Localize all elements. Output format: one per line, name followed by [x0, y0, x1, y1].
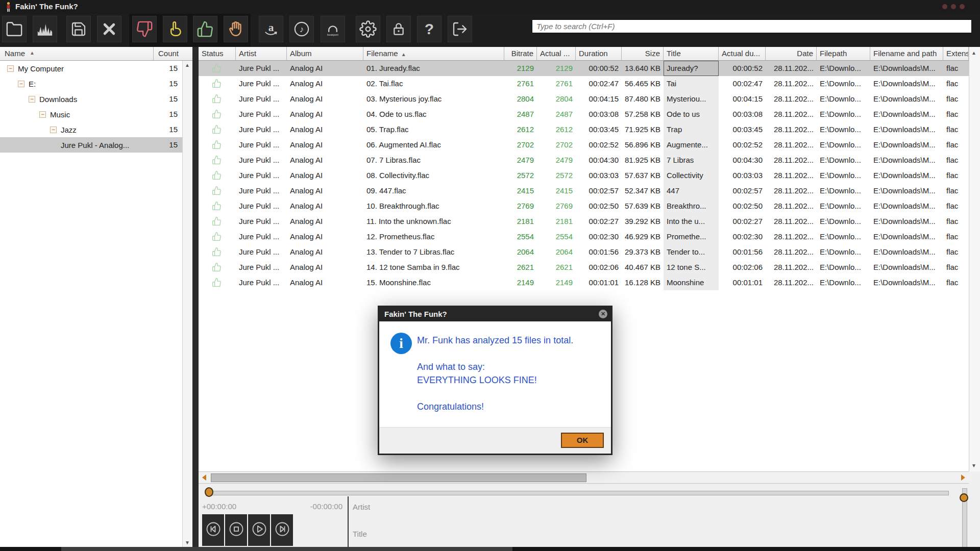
tree-item-jure-pukl-analog[interactable]: Jure Pukl - Analog...15: [0, 137, 182, 153]
exit-button[interactable]: [448, 16, 472, 42]
help-button[interactable]: ?: [417, 16, 442, 42]
minimize-button[interactable]: [942, 4, 947, 9]
tree-scrollbar[interactable]: ▲ ▼: [182, 61, 192, 547]
table-row[interactable]: Jure Pukl ...Analog AI06. Augmented AI.f…: [199, 137, 969, 153]
cell-bitrate: 2064: [504, 244, 537, 260]
table-row[interactable]: Jure Pukl ...Analog AI02. Tai.flac276127…: [199, 76, 969, 91]
ok-button[interactable]: OK: [561, 433, 604, 448]
column-header-size[interactable]: Size: [622, 47, 664, 61]
cell-filepath: E:\Downlo...: [817, 260, 870, 275]
mark-bad-button[interactable]: [132, 16, 157, 42]
tree-item-music[interactable]: −Music15: [0, 107, 182, 122]
panel-splitter[interactable]: [192, 47, 199, 551]
table-row[interactable]: Jure Pukl ...Analog AI09. 447.flac241524…: [199, 183, 969, 198]
column-header-filename-and-path[interactable]: Filename and path: [870, 47, 943, 61]
cell-duration: 00:02:47: [576, 76, 622, 91]
cell-title: Breakthro...: [664, 198, 719, 214]
settings-button[interactable]: [356, 16, 380, 42]
cell-actual-duration: 00:02:30: [719, 229, 766, 244]
table-row[interactable]: Jure Pukl ...Analog AI01. Juready.flac21…: [199, 61, 969, 76]
amazon-button[interactable]: a: [259, 16, 283, 42]
folder-tree: −My Computer15−E:15−Downloads15−Music15−…: [0, 61, 182, 547]
beatport-button[interactable]: beatport: [321, 16, 345, 42]
column-header-artist[interactable]: Artist: [236, 47, 287, 61]
column-header-album[interactable]: Album: [287, 47, 363, 61]
lock-button[interactable]: [386, 16, 411, 42]
itunes-button[interactable]: ♪: [289, 16, 314, 42]
search-input[interactable]: [532, 20, 971, 33]
table-row[interactable]: Jure Pukl ...Analog AI04. Ode to us.flac…: [199, 107, 969, 122]
dialog-close-icon[interactable]: ✕: [599, 310, 607, 318]
column-header-extension[interactable]: Extension: [943, 47, 969, 61]
thumbs-down-icon: [136, 20, 153, 38]
column-header-title[interactable]: Title: [664, 47, 719, 61]
maximize-button[interactable]: [951, 4, 956, 9]
window-bottom-edge: [0, 547, 980, 551]
play-button[interactable]: [248, 514, 270, 546]
cell-album: Analog AI: [287, 244, 363, 260]
mark-good-button[interactable]: [193, 16, 217, 42]
tree-item-e[interactable]: −E:15: [0, 76, 182, 91]
player-divider: [348, 496, 349, 547]
column-header-date[interactable]: Date: [766, 47, 817, 61]
cell-filename-and-path: E:\Downloads\M...: [870, 168, 943, 183]
cell-filename-and-path: E:\Downloads\M...: [870, 214, 943, 229]
table-row[interactable]: Jure Pukl ...Analog AI03. Mysterious joy…: [199, 91, 969, 107]
volume-slider-handle[interactable]: [960, 493, 968, 502]
collapse-expander-icon[interactable]: −: [29, 96, 35, 103]
spectrum-analysis-button[interactable]: [33, 16, 57, 42]
table-row[interactable]: Jure Pukl ...Analog AI10. Breakthrough.f…: [199, 198, 969, 214]
mark-warning-button[interactable]: [163, 16, 187, 42]
column-header-duration[interactable]: Duration: [576, 47, 622, 61]
scroll-up-icon[interactable]: ▲: [971, 50, 976, 56]
stop-button[interactable]: [225, 514, 247, 546]
cell-filename: 03. Mysterious joy.flac: [363, 91, 504, 107]
column-header-actual-duration[interactable]: Actual du...: [719, 47, 766, 61]
table-row[interactable]: Jure Pukl ...Analog AI15. Moonshine.flac…: [199, 275, 969, 290]
cell-filename: 07. 7 Libras.flac: [363, 153, 504, 168]
table-row[interactable]: Jure Pukl ...Analog AI14. 12 tone Samba …: [199, 260, 969, 275]
save-button[interactable]: [66, 16, 91, 42]
cell-title: Promethe...: [664, 229, 719, 244]
tree-item-downloads[interactable]: −Downloads15: [0, 91, 182, 107]
cell-album: Analog AI: [287, 61, 363, 76]
table-row[interactable]: Jure Pukl ...Analog AI07. 7 Libras.flac2…: [199, 153, 969, 168]
column-header-actual-bitrate[interactable]: Actual ...: [537, 47, 576, 61]
tree-header[interactable]: Name ▲ Count: [0, 47, 192, 61]
table-row[interactable]: Jure Pukl ...Analog AI12. Prometheus.fla…: [199, 229, 969, 244]
cell-artist: Jure Pukl ...: [236, 61, 287, 76]
column-header-status[interactable]: Status: [199, 47, 236, 61]
seek-slider-handle[interactable]: [205, 487, 213, 497]
close-button[interactable]: [960, 4, 965, 9]
table-vertical-scrollbar[interactable]: ▲ ▼: [969, 47, 980, 471]
scroll-up-icon[interactable]: ▲: [185, 62, 190, 68]
scroll-right-icon[interactable]: [961, 474, 965, 481]
delete-button[interactable]: [97, 16, 121, 42]
seek-slider[interactable]: [209, 491, 949, 495]
next-button[interactable]: [271, 514, 293, 546]
tree-item-jazz[interactable]: −Jazz15: [0, 122, 182, 137]
scroll-left-icon[interactable]: [202, 474, 206, 481]
table-row[interactable]: Jure Pukl ...Analog AI08. Collectivity.f…: [199, 168, 969, 183]
scroll-down-icon[interactable]: ▼: [185, 540, 190, 545]
table-row[interactable]: Jure Pukl ...Analog AI13. Tender to 7 Li…: [199, 244, 969, 260]
horizontal-scroll-thumb[interactable]: [211, 473, 586, 482]
column-header-bitrate[interactable]: Bitrate: [504, 47, 537, 61]
table-row[interactable]: Jure Pukl ...Analog AI11. Into the unkno…: [199, 214, 969, 229]
scroll-down-icon[interactable]: ▼: [971, 463, 976, 468]
remaining-time: -00:00:00: [304, 502, 342, 511]
collapse-expander-icon[interactable]: −: [39, 111, 46, 118]
collapse-expander-icon[interactable]: −: [18, 81, 24, 87]
column-header-filename[interactable]: Filename▲: [363, 47, 504, 61]
table-horizontal-scrollbar[interactable]: [199, 471, 969, 484]
column-header-filepath[interactable]: Filepath: [817, 47, 870, 61]
collapse-expander-icon[interactable]: −: [7, 65, 14, 72]
tree-item-my-computer[interactable]: −My Computer15: [0, 61, 182, 76]
open-folder-button[interactable]: [2, 16, 27, 42]
previous-button[interactable]: [202, 514, 224, 546]
play-icon: [249, 519, 270, 541]
mark-manual-button[interactable]: [224, 16, 248, 42]
cell-actual-duration: 00:02:47: [719, 76, 766, 91]
table-row[interactable]: Jure Pukl ...Analog AI05. Trap.flac26122…: [199, 122, 969, 137]
collapse-expander-icon[interactable]: −: [50, 127, 57, 133]
